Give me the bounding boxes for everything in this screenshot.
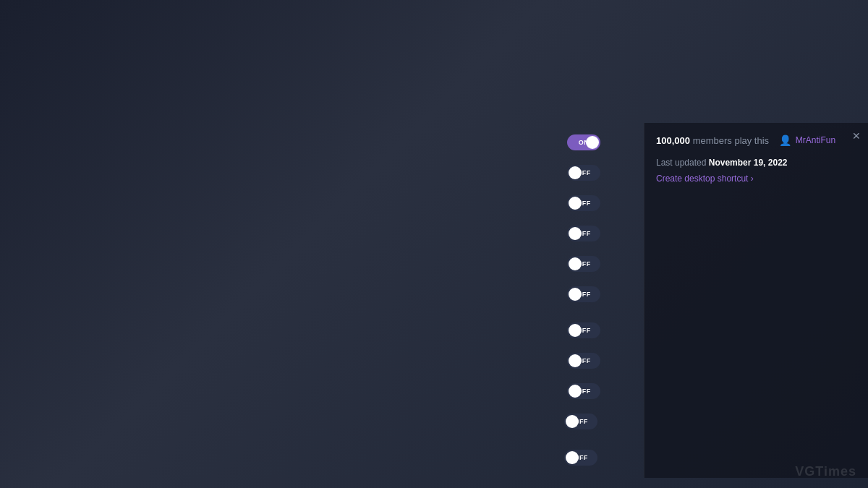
toggle-thumb-9 [566, 415, 579, 428]
info-updated: Last updated November 19, 2022 [656, 158, 856, 168]
toggle-unlimited-health[interactable]: ON [567, 134, 600, 150]
toggle-thumb-0 [586, 136, 599, 149]
toggle-stable-temperature[interactable]: OFF [567, 195, 600, 211]
info-panel: ✕ 100,000 members play this 👤 MrAntiFun … [644, 123, 868, 478]
members-text: members play this [693, 135, 769, 146]
last-updated-label: Last updated [656, 158, 706, 168]
toggle-thumb-4 [569, 257, 582, 270]
toggle-thumb-1 [569, 166, 582, 179]
info-close-btn[interactable]: ✕ [852, 130, 861, 142]
vgtimes-watermark: VGTimes [795, 464, 856, 479]
toggle-thumb-8 [569, 385, 582, 398]
toggle-unlimited-weight[interactable]: OFF [567, 322, 600, 338]
toggle-unlimited-durability[interactable]: OFF [567, 353, 600, 369]
info-shortcut-link[interactable]: Create desktop shortcut › [656, 174, 856, 184]
toggle-thumb-5 [569, 288, 582, 301]
toggle-unlimited-items[interactable]: OFF [567, 383, 600, 399]
toggle-unlimited-stamina[interactable]: OFF [567, 165, 600, 181]
last-updated-date: November 19, 2022 [709, 158, 788, 168]
toggle-thumb-3 [569, 227, 582, 240]
toggle-easy-craft[interactable]: OFF [564, 414, 597, 429]
info-members: 100,000 members play this 👤 MrAntiFun [656, 134, 856, 153]
members-count: 100,000 [656, 135, 690, 146]
toggle-mega-exp[interactable]: OFF [564, 450, 597, 466]
info-author: 👤 MrAntiFun [779, 134, 835, 146]
author-person-icon: 👤 [779, 134, 791, 146]
toggle-thumb-6 [569, 324, 582, 337]
toggle-thumb-10 [566, 451, 579, 464]
toggle-no-thirst[interactable]: OFF [567, 286, 600, 302]
toggle-no-hunger[interactable]: OFF [567, 256, 600, 272]
toggle-thumb-2 [569, 197, 582, 210]
toggle-unlimited-oxygen[interactable]: OFF [567, 226, 600, 241]
toggle-thumb-7 [569, 354, 582, 367]
author-name: MrAntiFun [796, 135, 835, 145]
